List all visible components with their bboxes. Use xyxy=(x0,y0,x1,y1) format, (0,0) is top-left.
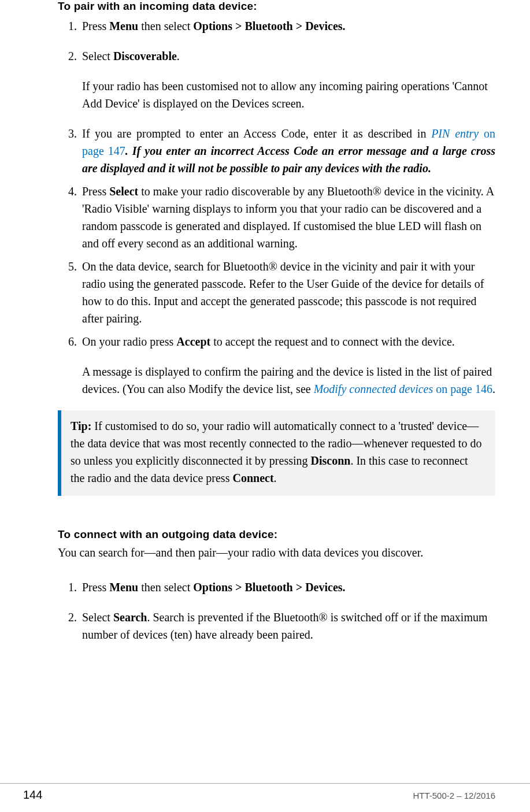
step-5: On the data device, search for Bluetooth… xyxy=(80,258,495,327)
tip-callout: Tip: If customised to do so, your radio … xyxy=(58,410,495,496)
out-step-1: Press Menu then select Options > Bluetoo… xyxy=(80,579,495,596)
step-5-text: On the data device, search for Bluetooth… xyxy=(82,258,495,327)
page-container: To pair with an incoming data device: Pr… xyxy=(0,0,530,812)
step-6: On your radio press Accept to accept the… xyxy=(80,333,495,398)
step-2: Select Discoverable. If your radio has b… xyxy=(80,47,495,112)
out-step-2-text: Select Search. Search is prevented if th… xyxy=(82,609,495,643)
section2-intro: You can search for—and then pair—your ra… xyxy=(58,544,495,561)
modify-devices-link[interactable]: Modify connected devices on page 146 xyxy=(314,383,492,395)
step-2-text: Select Discoverable. xyxy=(82,47,495,65)
menu-label: Menu xyxy=(109,20,138,32)
out-step-1-text: Press Menu then select Options > Bluetoo… xyxy=(82,579,495,596)
page-number: 144 xyxy=(23,788,42,802)
page-footer: 144 HTT-500-2 – 12/2016 xyxy=(0,783,530,802)
step-3: If you are prompted to enter an Access C… xyxy=(80,125,495,177)
tip-label: Tip: xyxy=(71,420,91,432)
step-1: Press Menu then select Options > Bluetoo… xyxy=(80,17,495,35)
step-3-text: If you are prompted to enter an Access C… xyxy=(82,125,495,177)
section-heading-connect-outgoing: To connect with an outgoing data device: xyxy=(58,528,495,541)
step-4-text: Press Select to make your radio discover… xyxy=(82,183,495,252)
steps-list-connect-outgoing: Press Menu then select Options > Bluetoo… xyxy=(58,579,495,643)
step-6-confirm: A message is displayed to confirm the pa… xyxy=(82,363,495,398)
document-id: HTT-500-2 – 12/2016 xyxy=(413,791,495,800)
step-1-text: Press Menu then select Options > Bluetoo… xyxy=(82,17,495,35)
menu-path: Options > Bluetooth > Devices. xyxy=(193,20,345,32)
step-2-note: If your radio has been customised not to… xyxy=(82,77,495,112)
steps-list-pair-incoming: Press Menu then select Options > Bluetoo… xyxy=(58,17,495,398)
section-heading-pair-incoming: To pair with an incoming data device: xyxy=(58,0,495,13)
step-6-text: On your radio press Accept to accept the… xyxy=(82,333,495,350)
out-step-2: Select Search. Search is prevented if th… xyxy=(80,609,495,643)
step-4: Press Select to make your radio discover… xyxy=(80,183,495,252)
